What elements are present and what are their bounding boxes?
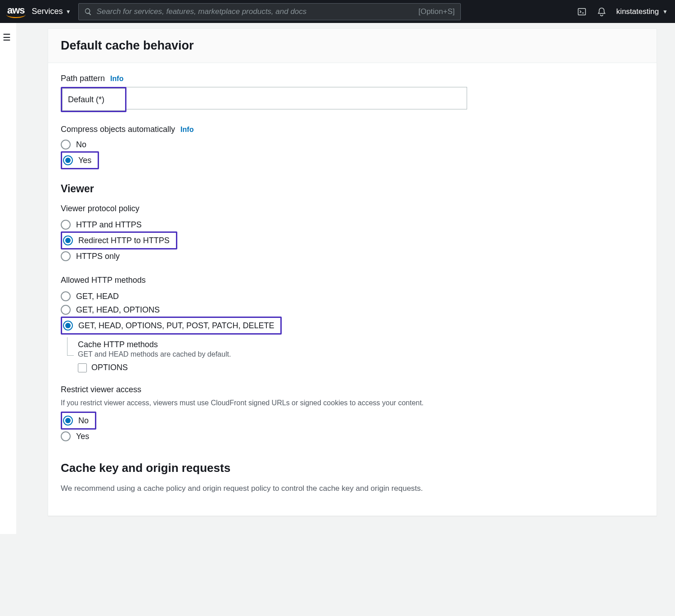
cache-methods-options-row[interactable]: OPTIONS bbox=[78, 363, 644, 372]
protocol-option-https-only[interactable]: HTTPS only bbox=[61, 249, 644, 263]
restrict-option-no[interactable]: No bbox=[63, 414, 91, 427]
cloudshell-icon[interactable] bbox=[577, 7, 587, 17]
radio-label: HTTPS only bbox=[76, 252, 120, 261]
search-icon bbox=[84, 8, 92, 16]
radio-label: GET, HEAD bbox=[76, 292, 119, 301]
services-menu[interactable]: Services ▼ bbox=[32, 7, 71, 16]
radio-label: Yes bbox=[78, 156, 91, 165]
compress-label: Compress objects automatically bbox=[61, 125, 175, 134]
chevron-down-icon: ▼ bbox=[662, 9, 668, 15]
methods-option-get-head[interactable]: GET, HEAD bbox=[61, 290, 644, 303]
path-pattern-group: Path pattern Info bbox=[61, 74, 644, 112]
top-nav: aws Services ▼ [Option+S] kinstatesting … bbox=[0, 0, 675, 23]
cache-behavior-panel: Default cache behavior Path pattern Info bbox=[48, 28, 657, 516]
path-pattern-input-rest[interactable] bbox=[125, 87, 467, 109]
protocol-option-redirect[interactable]: Redirect HTTP to HTTPS bbox=[63, 234, 172, 247]
notifications-icon[interactable] bbox=[597, 7, 607, 17]
panel-header: Default cache behavior bbox=[48, 29, 657, 63]
radio-icon[interactable] bbox=[63, 236, 73, 245]
radio-label: Redirect HTTP to HTTPS bbox=[78, 236, 170, 245]
highlight-box bbox=[61, 87, 126, 112]
highlight-box: GET, HEAD, OPTIONS, PUT, POST, PATCH, DE… bbox=[61, 317, 282, 335]
search-shortcut-hint: [Option+S] bbox=[418, 7, 455, 16]
compress-info-link[interactable]: Info bbox=[180, 126, 194, 134]
account-menu[interactable]: kinstatesting ▼ bbox=[616, 7, 668, 16]
left-gutter: ☰ bbox=[0, 23, 16, 534]
highlight-box: No bbox=[61, 412, 96, 430]
radio-icon[interactable] bbox=[61, 291, 71, 301]
viewer-heading: Viewer bbox=[61, 183, 644, 195]
aws-logo[interactable]: aws bbox=[7, 5, 25, 19]
compress-group: Compress objects automatically Info No Y… bbox=[61, 125, 644, 169]
global-search[interactable]: [Option+S] bbox=[78, 3, 461, 20]
cache-methods-nest: Cache HTTP methods GET and HEAD methods … bbox=[67, 340, 644, 372]
restrict-group: Restrict viewer access If you restrict v… bbox=[61, 385, 644, 443]
chevron-down-icon: ▼ bbox=[66, 9, 71, 15]
hamburger-menu-icon[interactable]: ☰ bbox=[3, 32, 14, 43]
cache-methods-help: GET and HEAD methods are cached by defau… bbox=[78, 350, 644, 358]
radio-label: Yes bbox=[76, 432, 89, 441]
checkbox-icon[interactable] bbox=[78, 363, 87, 372]
compress-option-yes[interactable]: Yes bbox=[63, 154, 94, 167]
cache-methods-label: Cache HTTP methods bbox=[78, 340, 644, 349]
svg-rect-0 bbox=[578, 8, 585, 15]
services-label: Services bbox=[32, 7, 63, 16]
restrict-help: If you restrict viewer access, viewers m… bbox=[61, 399, 644, 407]
radio-icon[interactable] bbox=[63, 321, 73, 331]
highlight-box: Redirect HTTP to HTTPS bbox=[61, 231, 177, 249]
methods-option-all[interactable]: GET, HEAD, OPTIONS, PUT, POST, PATCH, DE… bbox=[63, 319, 277, 332]
radio-icon[interactable] bbox=[63, 416, 73, 426]
highlight-box: Yes bbox=[61, 151, 99, 169]
nav-right: kinstatesting ▼ bbox=[577, 7, 668, 17]
restrict-option-yes[interactable]: Yes bbox=[61, 430, 644, 443]
protocol-group: Viewer protocol policy HTTP and HTTPS Re… bbox=[61, 204, 644, 263]
path-pattern-label: Path pattern bbox=[61, 74, 105, 83]
methods-label: Allowed HTTP methods bbox=[61, 276, 644, 285]
protocol-label: Viewer protocol policy bbox=[61, 204, 644, 213]
protocol-option-http-https[interactable]: HTTP and HTTPS bbox=[61, 218, 644, 231]
radio-label: GET, HEAD, OPTIONS bbox=[76, 305, 160, 315]
cachekey-heading: Cache key and origin requests bbox=[61, 461, 644, 475]
radio-icon[interactable] bbox=[61, 431, 71, 441]
radio-icon[interactable] bbox=[63, 155, 73, 165]
path-pattern-input[interactable] bbox=[62, 88, 125, 111]
checkbox-label: OPTIONS bbox=[91, 363, 128, 372]
search-input[interactable] bbox=[97, 7, 414, 16]
radio-icon[interactable] bbox=[61, 140, 71, 149]
methods-group: Allowed HTTP methods GET, HEAD GET, HEAD… bbox=[61, 276, 644, 372]
restrict-label: Restrict viewer access bbox=[61, 385, 644, 394]
radio-icon[interactable] bbox=[61, 220, 71, 230]
radio-icon[interactable] bbox=[61, 251, 71, 261]
cachekey-help: We recommend using a cache policy and or… bbox=[61, 484, 644, 493]
account-name: kinstatesting bbox=[616, 7, 659, 16]
radio-label: GET, HEAD, OPTIONS, PUT, POST, PATCH, DE… bbox=[78, 321, 274, 331]
radio-icon[interactable] bbox=[61, 305, 71, 315]
radio-label: No bbox=[78, 416, 89, 426]
radio-label: HTTP and HTTPS bbox=[76, 220, 142, 230]
path-pattern-info-link[interactable]: Info bbox=[110, 75, 123, 83]
compress-option-no[interactable]: No bbox=[61, 138, 644, 151]
radio-label: No bbox=[76, 140, 86, 149]
panel-title: Default cache behavior bbox=[61, 39, 644, 53]
methods-option-get-head-options[interactable]: GET, HEAD, OPTIONS bbox=[61, 303, 644, 317]
